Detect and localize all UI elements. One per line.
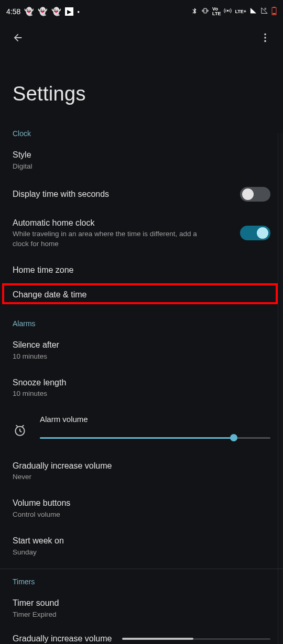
battery-low-icon [271,7,277,17]
status-time: 4:58 [6,7,20,16]
setting-volume-buttons[interactable]: Volume buttons Control volume [0,490,283,528]
svg-point-5 [264,34,266,36]
setting-title: Silence after [13,339,270,351]
setting-change-date-time[interactable]: Change date & time [0,284,283,306]
timer-grad-slider[interactable] [122,634,270,643]
video-notification-icon: ▶ [65,7,73,16]
toggle-auto-home-clock[interactable] [240,226,270,240]
more-notifications-dot: ● [77,9,80,14]
back-button[interactable] [7,27,28,48]
setting-description: While traveling in an area where the tim… [13,229,212,248]
setting-title: Volume buttons [13,497,270,509]
setting-title: Automatic home clock [13,217,232,229]
setting-value: Timer Expired [13,610,270,619]
status-left: 4:58 👻 👻 👻 ▶ ● [6,7,80,16]
setting-title: Snooze length [13,377,270,388]
bluetooth-icon [191,7,198,16]
signal-icon [249,7,257,16]
hotspot-icon [224,7,232,16]
settings-content: Clock Style Digital Display time with se… [0,121,283,644]
setting-snooze-length[interactable]: Snooze length 10 minutes [0,370,283,407]
svg-point-6 [264,37,266,39]
alarm-volume-slider[interactable] [40,433,270,442]
page-title: Settings [0,52,283,121]
setting-gradually-increase-alarm[interactable]: Gradually increase volume Never [0,453,283,491]
toolbar [0,23,283,52]
setting-title: Gradually increase volume [13,460,270,472]
section-header-timers: Timers [0,569,283,590]
setting-title: Style [13,149,270,161]
setting-title: Gradually increase volume [13,633,112,644]
setting-title: Home time zone [13,264,270,276]
svg-rect-4 [273,13,276,14]
setting-title: Display time with seconds [13,188,232,200]
setting-style[interactable]: Style Digital [0,142,283,180]
svg-point-0 [227,10,229,12]
setting-timer-sound[interactable]: Timer sound Timer Expired [0,590,283,628]
setting-title: Start week on [13,535,270,547]
svg-point-7 [264,40,266,42]
snapchat-icon: 👻 [51,7,61,16]
toggle-display-seconds[interactable] [240,187,270,202]
setting-alarm-volume: Alarm volume [0,407,283,453]
setting-value: Digital [13,162,270,171]
setting-value: Control volume [13,510,270,519]
signal-roaming-icon: R [260,7,268,16]
setting-value: 10 minutes [13,352,270,361]
setting-silence-after[interactable]: Silence after 10 minutes [0,332,283,370]
setting-display-seconds[interactable]: Display time with seconds [0,180,283,210]
snapchat-icon: 👻 [38,7,48,16]
svg-text:R: R [265,7,267,10]
setting-value: Never [13,472,270,482]
setting-gradually-increase-timer[interactable]: Gradually increase volume [0,628,283,644]
section-header-clock: Clock [0,121,283,142]
section-header-alarms: Alarms [0,306,283,332]
lte-plus-indicator: LTE+ [235,9,246,14]
vibrate-icon [201,7,209,16]
setting-home-time-zone[interactable]: Home time zone [0,257,283,284]
volte-icon: VoLTE [212,7,221,16]
setting-automatic-home-clock[interactable]: Automatic home clock While traveling in … [0,210,283,257]
setting-value: Sunday [13,548,270,557]
snapchat-icon: 👻 [24,7,34,16]
setting-value: 10 minutes [13,389,270,398]
status-right: VoLTE LTE+ R [191,7,277,17]
setting-title: Change date & time [13,289,270,301]
alarm-clock-icon [13,423,27,438]
alarm-volume-label: Alarm volume [40,415,270,424]
setting-start-week-on[interactable]: Start week on Sunday [0,528,283,565]
status-bar: 4:58 👻 👻 👻 ▶ ● VoLTE LTE+ R [0,0,283,23]
setting-title: Timer sound [13,597,270,609]
overflow-menu-button[interactable] [255,27,276,48]
